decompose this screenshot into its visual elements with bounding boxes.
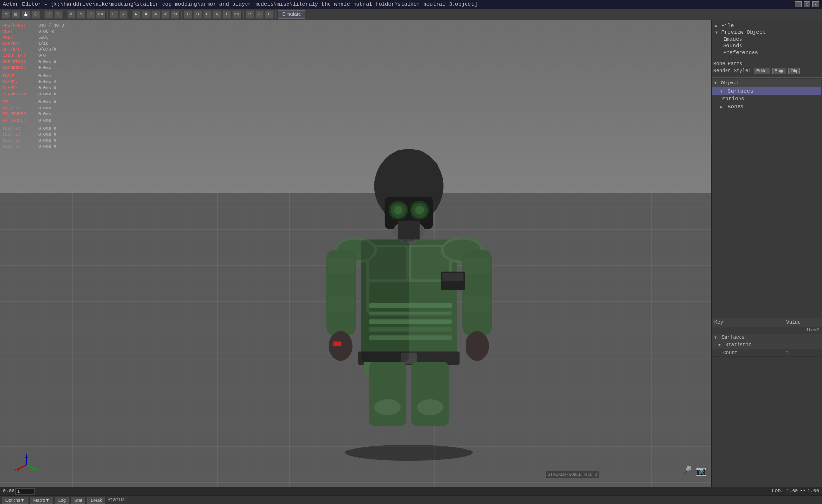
log-button[interactable]: Log <box>55 497 69 504</box>
right-panel: ▶ File ▼ Preview Object Images Sounds Pr… <box>711 20 822 487</box>
sep2 <box>65 11 65 18</box>
statistic-label: Statistic <box>726 342 752 348</box>
stalker-logo: STALKER-WORLD 0.1 B <box>546 471 599 478</box>
stat-button[interactable]: Stat <box>71 497 85 504</box>
toolbar-F2[interactable]: F <box>265 10 274 19</box>
render-engr-button[interactable]: Engr <box>772 68 786 74</box>
minimize-button[interactable]: — <box>795 1 802 7</box>
axes-indicator: Y X Z <box>14 453 39 477</box>
time-input[interactable] <box>15 488 35 495</box>
stat-clany1: CLANY: 0.0ms 0 <box>2 79 64 85</box>
bones-tree-item[interactable]: ▶ Bones <box>712 103 821 110</box>
stat-test3: TEST 3: 0.0ms 0 <box>2 144 64 150</box>
statistic-prop-key: ▼ Statistic <box>712 341 783 349</box>
toolbar-redo[interactable]: ↪ <box>54 10 63 19</box>
surfaces-prop-row[interactable]: ▼ Surfaces <box>712 334 822 341</box>
stat-skeletons: SKELETONS: 0.0ms 0 <box>2 59 64 66</box>
menu-sounds[interactable]: Sounds <box>713 42 820 49</box>
surfaces-prop-expand: ▼ <box>714 335 717 340</box>
key-column-header: Key <box>712 318 783 327</box>
menu-preview-object[interactable]: ▼ Preview Object <box>713 29 820 36</box>
toolbar-X[interactable]: X <box>67 10 76 19</box>
camera-icon[interactable]: 📷 <box>696 465 706 476</box>
toolbar-BX[interactable]: BX <box>232 10 241 19</box>
stat-poly: POLY: 5583 <box>2 35 64 41</box>
toolbar-bwd[interactable]: ⟲ <box>171 10 179 19</box>
bottom-bar2: Options ▼ Macro ▼ Log Stat Break Status: <box>0 495 822 504</box>
render-editor-button[interactable]: Editor <box>754 68 770 74</box>
statistic-prop-row[interactable]: ▼ Statistic <box>712 341 822 349</box>
svg-rect-48 <box>361 239 409 362</box>
toolbar-2X[interactable]: 2X <box>96 10 105 19</box>
svg-rect-34 <box>333 342 342 346</box>
stat-fps: FPS/FFPS: 848 / 30 D <box>2 23 64 29</box>
surfaces-tree-item[interactable]: ▼ Surfaces <box>712 87 821 95</box>
break-button[interactable]: Break <box>87 497 106 504</box>
options-dropdown-icon: ▼ <box>20 498 25 503</box>
bones-label: Bones <box>727 104 743 109</box>
toolbar-square[interactable]: □ <box>110 10 118 19</box>
toolbar-T[interactable]: T <box>222 10 231 19</box>
toolbar-R[interactable]: R <box>213 10 221 19</box>
statistic-val <box>783 341 822 349</box>
lod-label: LOD: 1.00 <box>772 489 798 494</box>
stat-rt: RT: 0.0ms 0 <box>2 99 64 106</box>
close-button[interactable]: ✕ <box>812 1 819 7</box>
toolbar-fwd[interactable]: ⟳ <box>161 10 170 19</box>
svg-rect-53 <box>369 335 452 340</box>
macro-button[interactable]: Macro ▼ <box>30 497 53 504</box>
motions-label: Motions <box>722 96 744 102</box>
stat-clfrustum: CLFRUSTUM: 0.0ms 0 <box>2 92 64 98</box>
stat-clany2: CLANY: 0.0ms 0 <box>2 85 64 92</box>
character-model <box>249 90 569 463</box>
toolbar-A[interactable]: A <box>255 10 264 19</box>
toolbar-undo[interactable]: ↩ <box>44 10 53 19</box>
svg-text:Y: Y <box>37 468 39 472</box>
svg-rect-30 <box>327 258 354 274</box>
toolbar-open[interactable]: ▤ <box>12 10 20 19</box>
count-prop-key: Count <box>712 349 783 356</box>
maximize-button[interactable]: □ <box>804 1 810 7</box>
toolbar-play[interactable]: ▶ <box>132 10 141 19</box>
svg-rect-50 <box>369 312 452 316</box>
stat-dip: DIP/DP: 1/18 <box>2 41 64 47</box>
toolbar-L[interactable]: L <box>203 10 212 19</box>
toolbar-btn4[interactable]: ⬡ <box>31 10 40 19</box>
menu-preferences-label: Preferences <box>723 50 758 55</box>
stat-dt-render: DT_RENDER: 0.0ms <box>2 111 64 118</box>
menu-file-label: File <box>721 23 734 28</box>
menu-images-label: Images <box>723 36 742 42</box>
menu-preview-label: Preview Object <box>721 29 766 35</box>
toolbar-diamond[interactable]: ◈ <box>119 10 128 19</box>
toolbar-new[interactable]: ◻ <box>2 10 11 19</box>
options-button[interactable]: Options ▼ <box>2 497 28 504</box>
object-section-header[interactable]: ▼ Object <box>712 79 821 87</box>
menu-preferences[interactable]: Preferences <box>713 49 820 56</box>
simulate-button[interactable]: Simulate <box>278 10 305 19</box>
toolbar-save[interactable]: 💾 <box>21 10 30 19</box>
toolbar-Y[interactable]: Y <box>77 10 85 19</box>
svg-text:X: X <box>14 468 17 472</box>
stat-sht: SHT/R/C: 0/0/0/0 <box>2 47 64 53</box>
stat-skinning: SKINNING: 0.0ms <box>2 65 64 71</box>
menu-file[interactable]: ▶ File <box>713 22 820 29</box>
menu-images[interactable]: Images <box>713 36 820 42</box>
viewport[interactable]: FPS/FFPS: 848 / 30 D VERT: 0.00 R POLY: … <box>0 20 711 487</box>
toolbar-F[interactable]: F <box>184 10 192 19</box>
sep4 <box>130 11 130 18</box>
svg-point-46 <box>374 399 401 415</box>
toolbar-B[interactable]: B <box>193 10 202 19</box>
mic-icon[interactable]: 🎤 <box>681 465 692 476</box>
stat-vert: VERT: 0.00 R <box>2 29 64 35</box>
toolbar-stop[interactable]: ■ <box>142 10 151 19</box>
motions-tree-item[interactable]: Motions <box>712 95 821 103</box>
render-obj-button[interactable]: Obj <box>788 68 800 74</box>
svg-rect-49 <box>369 303 452 308</box>
toolbar-record[interactable]: ⊕ <box>151 10 160 19</box>
toolbar-P[interactable]: P <box>246 10 254 19</box>
toolbar-Z[interactable]: Z <box>86 10 95 19</box>
macro-label: Macro <box>33 498 45 503</box>
render-style-label: Render Style: <box>713 68 752 74</box>
stat-dt-vis: DT_VIS: 0.0ms <box>2 106 64 112</box>
lod-value: 1.00 <box>808 489 819 494</box>
